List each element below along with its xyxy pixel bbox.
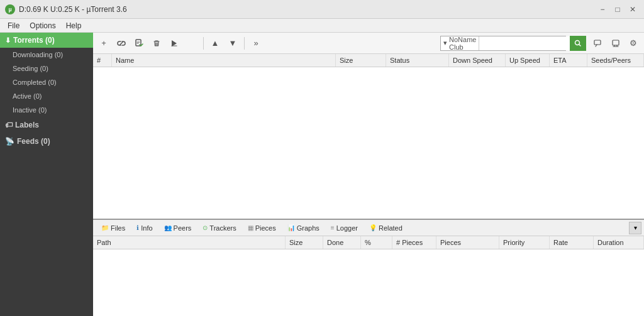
title-bar: µ D:0.69 K U:0.25 K - µTorrent 3.6 − □ ✕	[0, 0, 644, 19]
files-tab-label: Files	[111, 224, 125, 232]
search-prefix[interactable]: ▾ NoName Club	[441, 36, 479, 50]
tab-info[interactable]: ℹ Info	[131, 222, 158, 234]
search-dropdown-icon: ▾	[443, 39, 447, 47]
graphs-tab-icon: 📊	[287, 224, 295, 231]
sidebar-torrents-label: Torrents (0)	[13, 36, 55, 45]
search-site-label: NoName Club	[449, 36, 476, 51]
tab-related[interactable]: 💡 Related	[364, 222, 408, 234]
bc-col-priority[interactable]: Priority	[499, 236, 550, 249]
app-icon: µ	[5, 4, 15, 14]
files-tab-icon: 📁	[101, 224, 109, 231]
graphs-tab-label: Graphs	[297, 224, 319, 232]
menu-file[interactable]: File	[3, 20, 25, 31]
bottom-list-header: Path Size Done % # Pieces Pieces Priorit…	[93, 236, 644, 249]
bottom-content[interactable]: Path Size Done % # Pieces Pieces Priorit…	[93, 236, 644, 316]
search-box: ▾ NoName Club	[440, 36, 566, 51]
window-title: D:0.69 K U:0.25 K - µTorrent 3.6	[19, 5, 596, 14]
bottom-tabs: 📁 Files ℹ Info 👥 Peers ⊙ Trackers ▦	[93, 220, 644, 236]
torrent-list-header: # Name Size Status Down Speed Up Speed E…	[93, 54, 644, 67]
toolbar-right-icons: ⚙	[590, 35, 641, 52]
tab-graphs[interactable]: 📊 Graphs	[282, 222, 325, 234]
torrents-icon: ⬇	[5, 36, 11, 45]
tab-pieces[interactable]: ▦ Pieces	[242, 222, 282, 234]
sidebar-feeds-header[interactable]: 📡 Feeds (0)	[0, 133, 93, 150]
menu-options[interactable]: Options	[25, 20, 60, 31]
col-header-status[interactable]: Status	[386, 54, 449, 67]
svg-rect-2	[594, 40, 601, 45]
toolbar-separator-2	[244, 37, 245, 50]
menu-bar: File Options Help	[0, 19, 644, 33]
create-torrent-button[interactable]	[131, 35, 147, 52]
col-header-name[interactable]: Name	[112, 54, 336, 67]
search-input[interactable]	[479, 36, 571, 50]
pieces-tab-icon: ▦	[248, 224, 253, 231]
sidebar-labels-label: Labels	[15, 121, 39, 129]
related-tab-label: Related	[379, 224, 402, 232]
sidebar-feeds-label: Feeds (0)	[17, 137, 50, 146]
sidebar-item-downloading[interactable]: Downloading (0)	[0, 48, 93, 62]
col-header-down[interactable]: Down Speed	[449, 54, 506, 67]
bc-col-numpieces[interactable]: # Pieces	[392, 236, 436, 249]
sidebar-labels-header[interactable]: 🏷 Labels	[0, 117, 93, 133]
remove-torrent-button[interactable]	[148, 35, 165, 52]
torrent-list[interactable]: # Name Size Status Down Speed Up Speed E…	[93, 54, 644, 219]
col-header-size[interactable]: Size	[336, 54, 386, 67]
settings-button[interactable]: ⚙	[625, 35, 641, 52]
chat-button[interactable]	[590, 35, 606, 52]
col-header-num[interactable]: #	[93, 54, 112, 67]
bc-col-pieces[interactable]: Pieces	[436, 236, 499, 249]
col-header-up[interactable]: Up Speed	[506, 54, 550, 67]
start-torrent-button[interactable]	[166, 35, 182, 52]
sidebar-torrents-header[interactable]: ⬇ Torrents (0)	[0, 33, 93, 48]
trackers-tab-icon: ⊙	[203, 224, 208, 231]
main-layout: ⬇ Torrents (0) Downloading (0) Seeding (…	[0, 33, 644, 316]
content-area: +	[93, 33, 644, 316]
sidebar: ⬇ Torrents (0) Downloading (0) Seeding (…	[0, 33, 93, 316]
more-button[interactable]: »	[248, 35, 264, 52]
window-controls: − □ ✕	[596, 3, 639, 16]
sidebar-item-active[interactable]: Active (0)	[0, 89, 93, 103]
sidebar-item-seeding[interactable]: Seeding (0)	[0, 62, 93, 75]
bc-col-pct[interactable]: %	[361, 236, 392, 249]
bc-col-done[interactable]: Done	[323, 236, 361, 249]
feeds-icon: 📡	[5, 137, 14, 146]
remote-button[interactable]	[608, 35, 624, 52]
trackers-tab-label: Trackers	[209, 224, 236, 232]
tab-peers[interactable]: 👥 Peers	[158, 222, 197, 234]
bottom-panel-expand[interactable]: ▾	[629, 222, 641, 234]
svg-rect-3	[613, 40, 619, 45]
sidebar-item-inactive[interactable]: Inactive (0)	[0, 103, 93, 117]
logger-tab-label: Logger	[336, 224, 358, 232]
close-button[interactable]: ✕	[626, 3, 639, 16]
add-link-button[interactable]	[113, 35, 130, 52]
logger-tab-icon: ≡	[331, 224, 335, 231]
bc-col-rate[interactable]: Rate	[550, 236, 594, 249]
label-icon: 🏷	[5, 121, 13, 129]
pieces-tab-label: Pieces	[255, 224, 276, 232]
tab-logger[interactable]: ≡ Logger	[325, 222, 364, 234]
menu-help[interactable]: Help	[61, 20, 87, 31]
sidebar-item-completed[interactable]: Completed (0)	[0, 75, 93, 89]
info-tab-icon: ℹ	[136, 224, 139, 231]
search-go-button[interactable]	[570, 36, 586, 51]
peers-tab-icon: 👥	[164, 224, 172, 231]
toolbar: +	[93, 33, 644, 54]
toolbar-separator-1	[203, 37, 204, 50]
minimize-button[interactable]: −	[596, 3, 609, 16]
maximize-button[interactable]: □	[611, 3, 624, 16]
bc-col-path[interactable]: Path	[93, 236, 286, 249]
bc-col-size[interactable]: Size	[286, 236, 323, 249]
bottom-panel: 📁 Files ℹ Info 👥 Peers ⊙ Trackers ▦	[93, 219, 644, 316]
col-header-eta[interactable]: ETA	[550, 54, 587, 67]
info-tab-label: Info	[141, 224, 152, 232]
tab-trackers[interactable]: ⊙ Trackers	[197, 222, 242, 234]
bc-col-duration[interactable]: Duration	[594, 236, 644, 249]
tab-files[interactable]: 📁 Files	[96, 222, 131, 234]
col-header-seeds[interactable]: Seeds/Peers	[587, 54, 644, 67]
move-up-button[interactable]: ▲	[207, 35, 223, 52]
peers-tab-label: Peers	[174, 224, 192, 232]
stop-torrent-button[interactable]	[184, 35, 200, 52]
add-torrent-button[interactable]: +	[96, 35, 112, 52]
move-down-button[interactable]: ▼	[225, 35, 241, 52]
related-tab-icon: 💡	[369, 224, 377, 231]
